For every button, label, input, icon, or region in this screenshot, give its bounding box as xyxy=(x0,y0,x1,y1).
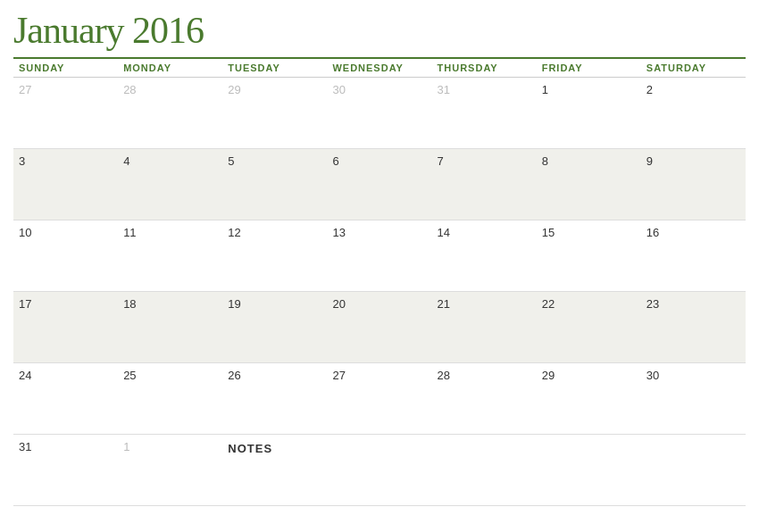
day-number: 9 xyxy=(646,154,653,168)
calendar-day-cell[interactable]: 24 xyxy=(13,363,118,435)
day-number: 30 xyxy=(646,369,659,382)
calendar-day-cell[interactable]: 25 xyxy=(118,363,222,435)
day-number: 21 xyxy=(438,297,450,311)
calendar-week-row: 272829303112 xyxy=(13,78,746,149)
calendar-week-row: 10111213141516 xyxy=(13,220,746,292)
calendar-day-cell[interactable]: 13 xyxy=(327,220,431,292)
calendar-day-cell[interactable]: 12 xyxy=(222,220,327,292)
calendar-day-cell[interactable]: 7 xyxy=(432,149,537,220)
day-number: 28 xyxy=(123,83,136,96)
calendar-day-cell[interactable]: 9 xyxy=(641,149,746,220)
calendar-day-cell[interactable]: 6 xyxy=(327,149,431,220)
calendar-day-cell[interactable]: 18 xyxy=(118,292,222,363)
calendar-day-cell[interactable]: 3 xyxy=(13,149,118,220)
day-number: 5 xyxy=(228,154,234,168)
calendar-title: January 2016 xyxy=(13,9,746,52)
calendar-day-cell[interactable]: 1 xyxy=(537,78,641,149)
calendar-day-cell[interactable]: 29 xyxy=(537,363,641,435)
calendar-day-cell[interactable]: 14 xyxy=(432,220,537,292)
calendar-day-cell[interactable]: 28 xyxy=(432,363,537,435)
calendar-day-cell[interactable]: 1 xyxy=(118,435,222,506)
calendar-day-cell[interactable]: 4 xyxy=(118,149,222,220)
days-of-week-row: SUNDAYMONDAYTUESDAYWEDNESDAYTHURSDAYFRID… xyxy=(13,58,746,78)
day-of-week-header: SATURDAY xyxy=(641,58,746,78)
day-number: 29 xyxy=(542,369,555,382)
calendar-day-cell[interactable]: 2 xyxy=(641,78,746,149)
day-of-week-header: TUESDAY xyxy=(222,58,327,78)
day-number: 25 xyxy=(123,369,136,382)
day-number: 19 xyxy=(228,297,240,311)
day-number: 26 xyxy=(228,369,240,382)
calendar-day-cell[interactable]: 21 xyxy=(432,292,537,363)
day-number: 29 xyxy=(228,83,240,96)
calendar-day-cell[interactable]: 31 xyxy=(13,435,118,506)
calendar-day-cell[interactable]: 19 xyxy=(222,292,327,363)
calendar-day-cell[interactable]: 27 xyxy=(13,78,118,149)
day-number: 6 xyxy=(332,154,338,168)
day-number: 22 xyxy=(542,297,555,311)
day-number: 20 xyxy=(332,297,345,311)
calendar-week-row: 24252627282930 xyxy=(13,363,746,435)
day-number: 31 xyxy=(19,440,31,453)
notes-cell: NOTES xyxy=(222,435,746,506)
day-number: 13 xyxy=(332,226,345,239)
day-number: 11 xyxy=(123,226,136,239)
calendar-last-row: 311NOTES xyxy=(13,435,746,506)
calendar-week-row: 3456789 xyxy=(13,149,746,220)
calendar-day-cell[interactable]: 30 xyxy=(641,363,746,435)
day-number: 15 xyxy=(542,226,555,239)
day-number: 17 xyxy=(19,297,31,311)
day-number: 23 xyxy=(646,297,659,311)
day-number: 24 xyxy=(19,369,31,382)
calendar-day-cell[interactable]: 22 xyxy=(537,292,641,363)
day-number: 10 xyxy=(19,226,31,239)
day-number: 7 xyxy=(438,154,444,168)
day-number: 28 xyxy=(438,369,450,382)
day-number: 2 xyxy=(646,83,653,96)
day-number: 3 xyxy=(19,154,25,168)
calendar-day-cell[interactable]: 5 xyxy=(222,149,327,220)
calendar-day-cell[interactable]: 31 xyxy=(432,78,537,149)
day-number: 1 xyxy=(123,440,129,453)
day-of-week-header: SUNDAY xyxy=(13,58,118,78)
day-number: 14 xyxy=(438,226,450,239)
calendar-day-cell[interactable]: 17 xyxy=(13,292,118,363)
day-number: 27 xyxy=(332,369,345,382)
calendar-day-cell[interactable]: 16 xyxy=(641,220,746,292)
calendar-day-cell[interactable]: 30 xyxy=(327,78,431,149)
calendar-day-cell[interactable]: 23 xyxy=(641,292,746,363)
calendar-day-cell[interactable]: 11 xyxy=(118,220,222,292)
day-number: 12 xyxy=(228,226,240,239)
day-number: 8 xyxy=(542,154,548,168)
day-number: 30 xyxy=(332,83,345,96)
day-number: 1 xyxy=(542,83,548,96)
calendar-day-cell[interactable]: 27 xyxy=(327,363,431,435)
calendar-day-cell[interactable]: 10 xyxy=(13,220,118,292)
calendar-week-row: 17181920212223 xyxy=(13,292,746,363)
day-of-week-header: THURSDAY xyxy=(432,58,537,78)
day-of-week-header: FRIDAY xyxy=(537,58,641,78)
day-of-week-header: WEDNESDAY xyxy=(327,58,431,78)
day-of-week-header: MONDAY xyxy=(118,58,222,78)
day-number: 4 xyxy=(123,154,129,168)
calendar-day-cell[interactable]: 20 xyxy=(327,292,431,363)
day-number: 18 xyxy=(123,297,136,311)
day-number: 31 xyxy=(438,83,450,96)
day-number: 27 xyxy=(19,83,31,96)
calendar-day-cell[interactable]: 26 xyxy=(222,363,327,435)
calendar-day-cell[interactable]: 8 xyxy=(537,149,641,220)
day-number: 16 xyxy=(646,226,659,239)
calendar-day-cell[interactable]: 29 xyxy=(222,78,327,149)
calendar-day-cell[interactable]: 28 xyxy=(118,78,222,149)
calendar-grid: SUNDAYMONDAYTUESDAYWEDNESDAYTHURSDAYFRID… xyxy=(13,57,746,506)
calendar-day-cell[interactable]: 15 xyxy=(537,220,641,292)
